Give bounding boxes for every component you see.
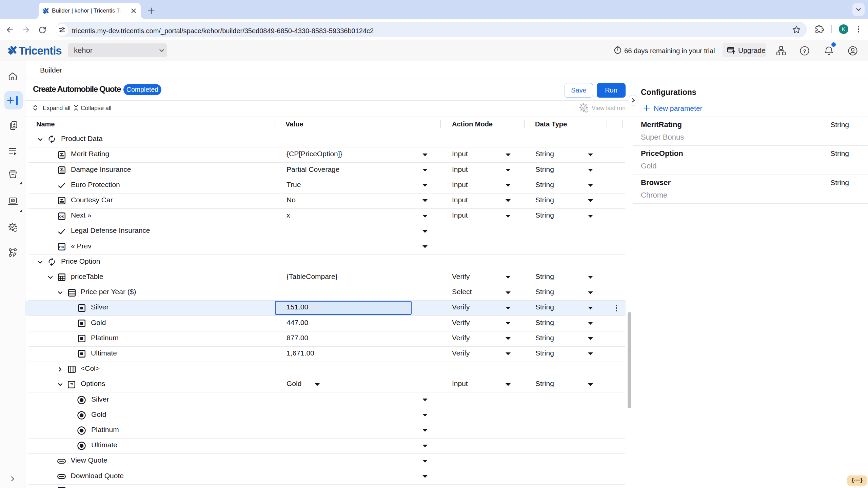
svg-text:OK: OK bbox=[59, 215, 64, 218]
svg-text:?: ? bbox=[803, 48, 806, 54]
svg-text:OK: OK bbox=[59, 245, 64, 249]
svg-text:?: ? bbox=[70, 382, 73, 387]
